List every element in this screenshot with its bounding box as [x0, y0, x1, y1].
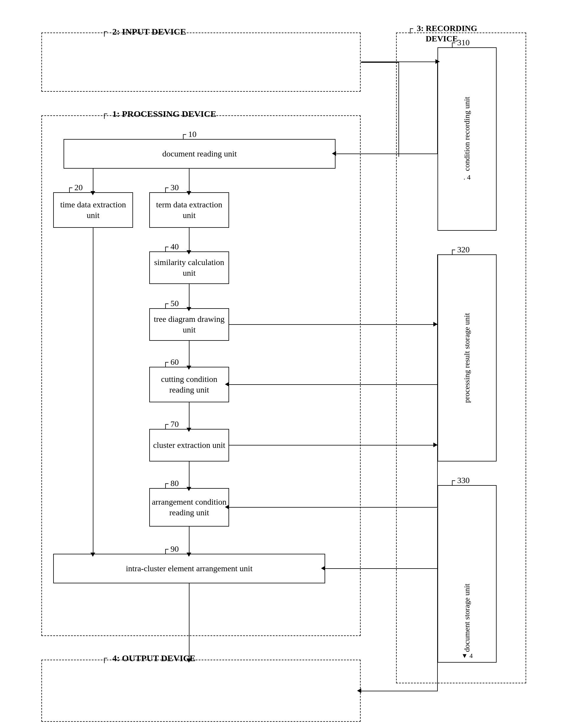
- unit-30-label: term data extraction unit: [150, 199, 228, 221]
- arrowhead-320-60: [225, 382, 229, 387]
- recording-device-label: 3: RECORDING: [417, 24, 477, 33]
- arrow-330-vert: [437, 508, 438, 569]
- arrow-70-to-80: [189, 462, 190, 488]
- unit-30: term data extraction unit: [149, 192, 229, 228]
- unit-60: cutting condition reading unit: [149, 367, 229, 402]
- unit-330: document storage unit ▼ 4: [438, 485, 497, 662]
- unit-40-label: similarity calculation unit: [150, 257, 228, 279]
- arrow-50-to-60: [189, 341, 190, 367]
- unit-10-label: document reading unit: [162, 149, 237, 159]
- arrow-input-vert: [399, 62, 399, 157]
- ref-60: ┌ 60: [163, 357, 179, 367]
- unit-60-label: cutting condition reading unit: [150, 374, 228, 395]
- ref-330: ┌ 330: [449, 476, 470, 485]
- diagram-container: 2: INPUT DEVICE ┌ 3: RECORDING DEVICE ┌ …: [18, 18, 559, 716]
- unit-70: cluster extraction unit: [149, 429, 229, 462]
- arrow-20-to-90: [93, 228, 93, 554]
- processing-device-corner: ┌: [101, 109, 107, 118]
- unit-20-label: time data extraction unit: [54, 199, 132, 221]
- arrow-input-to-doc: [361, 62, 399, 63]
- input-device-corner: ┌: [101, 27, 107, 36]
- input-device-box: [42, 32, 361, 92]
- unit-70-label: cluster extraction unit: [153, 440, 225, 450]
- arrow-10-to-30-v: [189, 168, 190, 192]
- arrow-320-to-60-vert: [437, 325, 438, 385]
- output-device-label: 4: OUTPUT DEVICE: [112, 653, 195, 663]
- arrowhead-10-20: [90, 191, 95, 195]
- arrowhead-60-70: [187, 428, 191, 432]
- arrowhead-80-90: [187, 552, 191, 557]
- ref-310: ┌ 310: [449, 38, 470, 47]
- arrow-320-to-80-vert: [437, 445, 438, 508]
- recording-device-corner: ┌: [407, 24, 413, 33]
- unit-310: condition recording unit . 4: [438, 47, 497, 231]
- unit-50: tree diagram drawing unit: [149, 308, 229, 341]
- unit-50-label: tree diagram drawing unit: [150, 314, 228, 335]
- unit-330-ref: ▼ 4: [461, 652, 473, 662]
- arrow-90-to-output: [189, 583, 190, 660]
- unit-310-label: condition recording unit: [462, 97, 472, 171]
- arrowhead-320-80: [225, 505, 229, 510]
- unit-330-label: document storage unit: [462, 486, 472, 652]
- arrow-310-vert: [437, 61, 438, 154]
- unit-90: intra-cluster element arrangement unit: [53, 554, 325, 583]
- arrow-320-to-60: [229, 384, 438, 385]
- input-device-label: 2: INPUT DEVICE: [112, 27, 186, 37]
- arrow-50-to-320-h: [229, 324, 438, 325]
- arrow-70-to-320: [229, 445, 438, 445]
- ref-30: ┌ 30: [163, 183, 179, 192]
- arrow-30-to-40: [189, 228, 190, 252]
- unit-320-label: processing result storage unit: [462, 313, 472, 403]
- arrowhead-50-320: [433, 322, 438, 327]
- arrow-80-to-90: [189, 526, 190, 554]
- arrowhead-330-output: [357, 688, 361, 693]
- unit-80-label: arrangement condition reading unit: [150, 497, 228, 518]
- arrowhead-310-to-10: [332, 151, 336, 156]
- ref-10: ┌ 10: [180, 130, 197, 139]
- ref-80: ┌ 80: [163, 478, 179, 488]
- unit-320: processing result storage unit: [438, 254, 497, 462]
- arrow-310-to-10-h: [336, 154, 438, 154]
- unit-10: document reading unit: [63, 139, 335, 168]
- arrowhead-90-output: [187, 658, 191, 662]
- arrow-input-to-recording: [361, 61, 440, 62]
- arrowhead-70-320-r: [433, 443, 438, 447]
- output-device-box: [42, 660, 361, 722]
- arrow-320-vert-bot: [437, 385, 438, 445]
- arrow-60-to-70: [189, 402, 190, 429]
- arrow-330-to-output: [361, 691, 438, 691]
- ref-20: ┌ 20: [66, 183, 83, 192]
- arrow-10-to-20-v: [93, 168, 93, 192]
- arrowhead-30-40: [187, 250, 191, 254]
- ref-90: ┌ 90: [163, 544, 179, 554]
- ref-50: ┌ 50: [163, 299, 179, 308]
- arrowhead-10-30: [187, 191, 191, 195]
- unit-40: similarity calculation unit: [149, 252, 229, 284]
- unit-310-ref: . 4: [464, 173, 471, 181]
- unit-90-label: intra-cluster element arrangement unit: [126, 563, 252, 574]
- unit-20: time data extraction unit: [53, 192, 133, 228]
- arrowhead-330-90: [321, 566, 325, 571]
- arrow-40-to-50: [189, 284, 190, 308]
- unit-80: arrangement condition reading unit: [149, 488, 229, 526]
- arrowhead-40-50: [187, 307, 191, 311]
- arrowhead-20-90: [90, 552, 95, 557]
- arrow-320-vert-top: [437, 254, 438, 325]
- arrowhead-50-60: [187, 366, 191, 370]
- processing-device-label: 1: PROCESSING DEVICE: [112, 109, 216, 119]
- arrow-330-to-output-vert: [437, 569, 438, 691]
- arrowhead-70-80: [187, 487, 191, 491]
- ref-40: ┌ 40: [163, 242, 179, 252]
- output-device-corner: ┌: [101, 653, 107, 662]
- ref-320: ┌ 320: [449, 245, 470, 254]
- arrow-320-to-80: [229, 507, 438, 508]
- ref-70: ┌ 70: [163, 419, 179, 429]
- arrow-90-to-330: [325, 568, 438, 569]
